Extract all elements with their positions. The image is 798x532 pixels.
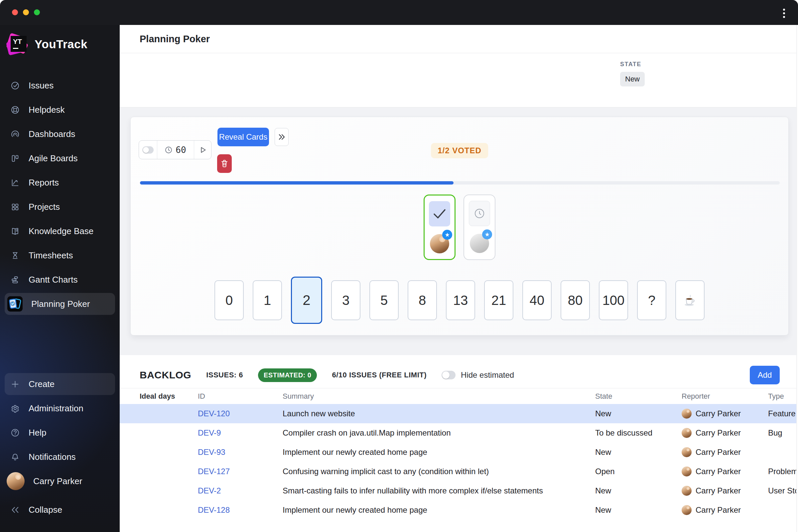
estimated-badge: ESTIMATED: 0: [258, 368, 317, 382]
free-limit-label: 6/10 ISSUES (FREE LIMIT): [332, 371, 426, 379]
youtrack-logo: YT YouTrack: [7, 33, 88, 55]
progress-fill: [140, 181, 454, 185]
check-icon: [432, 208, 447, 220]
player-avatar: ★: [430, 234, 449, 253]
issue-header-strip: STATE New: [120, 54, 798, 107]
create-button[interactable]: Create: [5, 373, 115, 395]
poker-card-coffee[interactable]: [675, 280, 705, 320]
knowledge-base-icon: [10, 226, 20, 236]
sidebar-item-timesheets[interactable]: Timesheets: [5, 244, 115, 266]
reports-icon: [10, 177, 20, 188]
table-row[interactable]: DEV-127 Confusing warning implicit cast …: [120, 462, 798, 481]
poker-card-2-selected[interactable]: 2: [291, 277, 322, 324]
state-value-badge[interactable]: New: [620, 72, 645, 87]
collapse-button[interactable]: Collapse: [5, 499, 115, 521]
poker-card-1[interactable]: 1: [253, 280, 282, 320]
question-circle-icon: [10, 428, 20, 438]
table-row[interactable]: DEV-128 Implement our newly created home…: [120, 500, 798, 520]
timer-toggle[interactable]: [139, 141, 157, 159]
dashboards-icon: [10, 129, 20, 139]
sidebar-item-planning-poker[interactable]: Planning Poker: [5, 293, 115, 315]
sidebar-item-helpdesk[interactable]: Helpdesk: [5, 99, 115, 121]
table-row[interactable]: DEV-9 Compiler crash on java.util.Map im…: [120, 423, 798, 442]
scrollbar-track[interactable]: [796, 25, 798, 532]
gantt-charts-icon: [10, 274, 20, 285]
sidebar-item-issues[interactable]: Issues: [5, 75, 115, 96]
star-badge-icon: ★: [482, 229, 492, 240]
poker-card-80[interactable]: 80: [560, 280, 590, 320]
state-label: STATE: [620, 61, 645, 68]
toggle-switch-icon: [142, 146, 154, 154]
table-row[interactable]: DEV-2 Smart-casting fails to infer nulla…: [120, 481, 798, 500]
sidebar-item-help[interactable]: Help: [5, 422, 115, 443]
timer-duration[interactable]: 60: [157, 141, 194, 159]
issue-id-link[interactable]: DEV-128: [198, 506, 283, 515]
hide-estimated-toggle[interactable]: Hide estimated: [441, 370, 514, 380]
close-button[interactable]: [12, 9, 18, 15]
bell-icon: [10, 452, 20, 462]
backlog-table: DEV-120 Launch new website New Carry Par…: [120, 404, 798, 520]
sidebar-item-dashboards[interactable]: Dashboards: [5, 123, 115, 145]
sidebar: YT YouTrack Issues Helpdesk Dashboards: [0, 25, 120, 532]
column-ideal-days[interactable]: Ideal days: [140, 392, 198, 401]
window-controls: [12, 9, 40, 15]
column-summary[interactable]: Summary: [283, 392, 595, 401]
coffee-icon: [682, 292, 698, 308]
issue-id-link[interactable]: DEV-127: [198, 467, 283, 476]
sidebar-item-reports[interactable]: Reports: [5, 172, 115, 193]
sidebar-item-notifications[interactable]: Notifications: [5, 446, 115, 468]
issue-id-link[interactable]: DEV-120: [198, 409, 283, 418]
star-badge-icon: ★: [442, 230, 452, 240]
sidebar-item-gantt-charts[interactable]: Gantt Charts: [5, 269, 115, 291]
add-issue-button[interactable]: Add: [750, 366, 780, 384]
issue-id-link[interactable]: DEV-2: [198, 486, 283, 495]
reporter-avatar: [682, 505, 691, 515]
minimize-button[interactable]: [23, 9, 29, 15]
clock-icon: [474, 208, 485, 219]
poker-card-3[interactable]: 3: [331, 280, 360, 320]
agile-boards-icon: [10, 153, 20, 163]
delete-session-button[interactable]: [217, 154, 232, 173]
sidebar-item-knowledge-base[interactable]: Knowledge Base: [5, 220, 115, 242]
column-id[interactable]: ID: [198, 392, 283, 401]
skip-button[interactable]: [274, 128, 289, 146]
poker-card-question[interactable]: ?: [637, 280, 666, 320]
timesheets-icon: [10, 250, 20, 260]
play-icon: [198, 146, 207, 154]
sidebar-item-administration[interactable]: Administration: [5, 397, 115, 419]
poker-card-8[interactable]: 8: [407, 280, 437, 320]
sidebar-item-agile-boards[interactable]: Agile Boards: [5, 147, 115, 169]
timer-controls: 60: [139, 140, 211, 159]
kebab-menu-icon[interactable]: [780, 7, 788, 20]
sidebar-user[interactable]: Carry Parker: [5, 470, 115, 492]
poker-card-0[interactable]: 0: [214, 280, 244, 320]
user-name: Carry Parker: [33, 476, 82, 487]
poker-card-100[interactable]: 100: [599, 280, 628, 320]
timer-play-button[interactable]: [194, 141, 211, 159]
poker-card-21[interactable]: 21: [484, 280, 513, 320]
poker-card-13[interactable]: 13: [446, 280, 475, 320]
maximize-button[interactable]: [34, 9, 40, 15]
column-reporter[interactable]: Reporter: [682, 392, 768, 401]
planning-poker-app-icon: [7, 296, 23, 311]
backlog-title: BACKLOG: [140, 369, 191, 381]
player-cards: ★ ★: [131, 194, 788, 260]
player-card-voted: ★: [424, 194, 456, 260]
player-avatar-faded: ★: [470, 234, 489, 253]
poker-card-40[interactable]: 40: [522, 280, 552, 320]
window-titlebar: [0, 0, 798, 25]
reveal-cards-button[interactable]: Reveal Cards: [217, 128, 269, 146]
table-row[interactable]: DEV-120 Launch new website New Carry Par…: [120, 404, 798, 423]
poker-card-5[interactable]: 5: [369, 280, 399, 320]
issue-id-link[interactable]: DEV-9: [198, 428, 283, 438]
helpdesk-icon: [10, 105, 20, 115]
issue-id-link[interactable]: DEV-93: [198, 448, 283, 457]
backlog-header: BACKLOG ISSUES: 6 ESTIMATED: 0 6/10 ISSU…: [140, 366, 514, 384]
table-header: Ideal days ID Summary State Reporter Typ…: [120, 388, 798, 404]
column-state[interactable]: State: [595, 392, 682, 401]
column-type[interactable]: Type: [768, 392, 798, 401]
table-row[interactable]: DEV-93 Implement our newly created home …: [120, 442, 798, 462]
logo-badge: YT: [13, 38, 22, 45]
vote-status-box: [469, 201, 490, 226]
sidebar-item-projects[interactable]: Projects: [5, 196, 115, 218]
